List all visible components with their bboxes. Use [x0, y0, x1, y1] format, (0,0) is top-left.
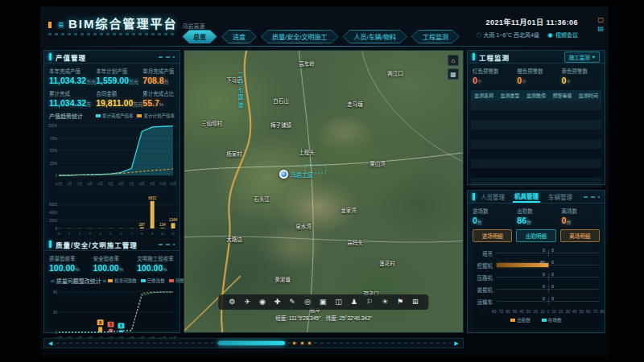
- issue-chart-header: ‹‹ 质量问题整改统计 ›› 检查问题数 已整改数 待整改数: [44, 275, 180, 286]
- svg-text:287: 287: [139, 223, 146, 227]
- issue-legend: 检查问题数 已整改数 待整改数: [108, 278, 193, 284]
- map-layers-button[interactable]: ▦: [448, 68, 459, 80]
- roam-icon[interactable]: ♟: [351, 298, 357, 306]
- grid-icon[interactable]: ⊞: [412, 298, 419, 306]
- monitoring-col-header: 监测类型: [497, 92, 522, 99]
- svg-text:0: 0: [55, 331, 57, 335]
- tab-overview[interactable]: 总览: [182, 30, 217, 43]
- stat-safety-rate: 安全验收率100.00%: [93, 254, 138, 273]
- pyramid-row: 挖掘机800: [473, 259, 600, 271]
- split-icon[interactable]: ◫: [335, 298, 342, 306]
- machinery-pyramid-chart: 塔吊00挖掘机800压路机00装载机00运输车00: [468, 245, 605, 307]
- svg-text:10: 10: [161, 232, 165, 236]
- pyramid-track: 00: [497, 298, 600, 305]
- road-label: 二〇七国道: [236, 72, 244, 110]
- header-divider: [40, 46, 609, 47]
- monitoring-type-dropdown[interactable]: 施工监测▾: [564, 51, 600, 63]
- stat-orange-alarms: 橙色预警数0个: [517, 67, 561, 85]
- tab-vehicle-mgmt[interactable]: 车辆管理: [547, 191, 574, 202]
- tab-quality-safety[interactable]: 质量/安全/文明施工: [261, 30, 338, 43]
- map-place-label: 大路边: [226, 235, 242, 243]
- site-marker[interactable]: 乌岩工区: [279, 170, 313, 179]
- trend-legend: 累计完成产值率 累计计划产值率: [96, 113, 175, 119]
- svg-text:1月: 1月: [67, 182, 72, 187]
- chainage-next-button[interactable]: ▶: [455, 340, 459, 346]
- svg-text:12月: 12月: [56, 182, 63, 187]
- svg-text:12: 12: [57, 232, 61, 236]
- tab-machinery-mgmt[interactable]: 机具管理: [513, 191, 540, 203]
- svg-text:2月: 2月: [77, 182, 83, 187]
- uav-icon[interactable]: ✈: [244, 298, 250, 306]
- map-place-label: 泉水湾: [295, 222, 312, 230]
- tab-monitoring[interactable]: 工程监测: [411, 30, 460, 43]
- trend-chart-header: 产值趋势统计 累计完成产值率 累计计划产值率: [44, 110, 180, 121]
- svg-text:6822: 6822: [148, 196, 157, 200]
- output-panel-title: 产值管理: [56, 52, 86, 62]
- output-trend-chart: 100%75%50%25%012月1月2月3月4月5月6月7月8月9月10月11…: [44, 121, 180, 195]
- svg-text:8: 8: [99, 320, 101, 325]
- svg-text:9月: 9月: [150, 182, 155, 187]
- flag-icon[interactable]: ⚑: [397, 298, 403, 306]
- stat-red-alarms: 红色预警数0个: [473, 67, 517, 85]
- video-icon: ◉: [547, 31, 553, 39]
- tab-personnel-vehicle[interactable]: 人员/车辆/物料: [342, 30, 407, 43]
- pyramid-track: 00: [497, 249, 600, 257]
- tab-progress[interactable]: 进度: [221, 30, 257, 43]
- svg-text:3月: 3月: [87, 182, 93, 187]
- svg-text:9: 9: [151, 232, 154, 236]
- machinery-stats: 进场数0台 出勤数86台 离场数0台: [468, 204, 605, 228]
- machinery-type-label: 压路机: [473, 274, 494, 282]
- measure-icon[interactable]: ✎: [289, 298, 295, 306]
- svg-text:11月: 11月: [170, 182, 177, 187]
- app-title: BIM综合管理平台: [68, 14, 178, 31]
- stat-month-done: 单月完成产值708.8万: [142, 67, 174, 85]
- stat-total-pct: 累计完成占比55.7%: [142, 89, 174, 108]
- entered-detail-button[interactable]: 进场明细: [473, 229, 512, 242]
- pan-icon[interactable]: ✚: [275, 298, 281, 306]
- video-conference-button[interactable]: ◉视频会议: [547, 31, 578, 39]
- issue-chart-prev-button[interactable]: ‹‹: [49, 278, 56, 284]
- pyramid-track: 800: [497, 261, 600, 269]
- chainage-active-segment[interactable]: [218, 341, 285, 345]
- fullscreen-icon[interactable]: ▢: [597, 17, 604, 23]
- chainage-track[interactable]: [56, 340, 450, 346]
- stat-yellow-alarms: 黄色预警数0个: [562, 67, 600, 85]
- left-detail-button[interactable]: 离场明细: [560, 229, 600, 242]
- machinery-type-label: 挖掘机: [473, 261, 494, 269]
- issue-chart-next-button[interactable]: ››: [101, 278, 109, 284]
- left-panel: 产值管理 本年完成产值11,034.32万元 本年计划产值1,559.00万元 …: [43, 50, 180, 333]
- map-place-label: 栗山湾: [369, 159, 386, 167]
- map-roads: [184, 51, 464, 333]
- menu-icon[interactable]: ▤: [597, 26, 604, 32]
- map-place-label: 上程头: [299, 148, 315, 156]
- monitoring-table-row: [471, 139, 601, 149]
- chainage-prev-button[interactable]: ◀: [48, 340, 52, 346]
- monitoring-table-row: [471, 178, 601, 187]
- map-place-label: 高码头: [347, 238, 363, 246]
- model-icon[interactable]: ▣: [320, 298, 327, 306]
- map-place-label: 高车岭: [299, 60, 315, 68]
- svg-text:7月: 7月: [129, 182, 134, 187]
- svg-text:3: 3: [89, 232, 92, 236]
- view-icon[interactable]: ◉: [259, 298, 266, 306]
- svg-text:5: 5: [109, 322, 112, 327]
- mark-icon[interactable]: ⚐: [366, 298, 373, 306]
- machinery-panel: 人员管理 机具管理 车辆管理 进场数0台 出勤数86台 离场数0台 进场明细 出…: [467, 190, 605, 333]
- machinery-type-label: 运输车: [473, 298, 494, 306]
- settings-icon[interactable]: ⚙: [229, 298, 235, 306]
- stat-civilized-rate: 文明施工验收率100.00%: [137, 254, 175, 273]
- monitoring-panel: 工程监测 施工监测▾ 红色预警数0个 橙色预警数0个 黄色预警数0个 监测名称监…: [467, 50, 605, 185]
- light-icon[interactable]: ☀: [382, 298, 388, 306]
- output-panel-header: 产值管理: [44, 51, 180, 64]
- map-view[interactable]: 高车岭两江口下马田白石山走马塘三仙坝村梅子铺镇杨家村上程头栗山湾石头江龙家湾泉水…: [184, 50, 464, 333]
- svg-text:0: 0: [55, 174, 57, 178]
- on-duty-detail-button[interactable]: 出勤明细: [516, 229, 555, 242]
- monitoring-table-row: [471, 110, 601, 120]
- map-home-button[interactable]: ⌂: [448, 55, 459, 66]
- compass-icon[interactable]: ◎: [304, 298, 311, 306]
- map-place-label: 白石山: [273, 97, 289, 105]
- tab-personnel-mgmt[interactable]: 人员管理: [479, 191, 506, 202]
- map-coordinates: 经度: 111°5′28.345″ 纬度: 25°32′46.343″: [275, 314, 372, 322]
- site-pin-icon: [279, 170, 288, 179]
- svg-text:30: 30: [53, 311, 58, 315]
